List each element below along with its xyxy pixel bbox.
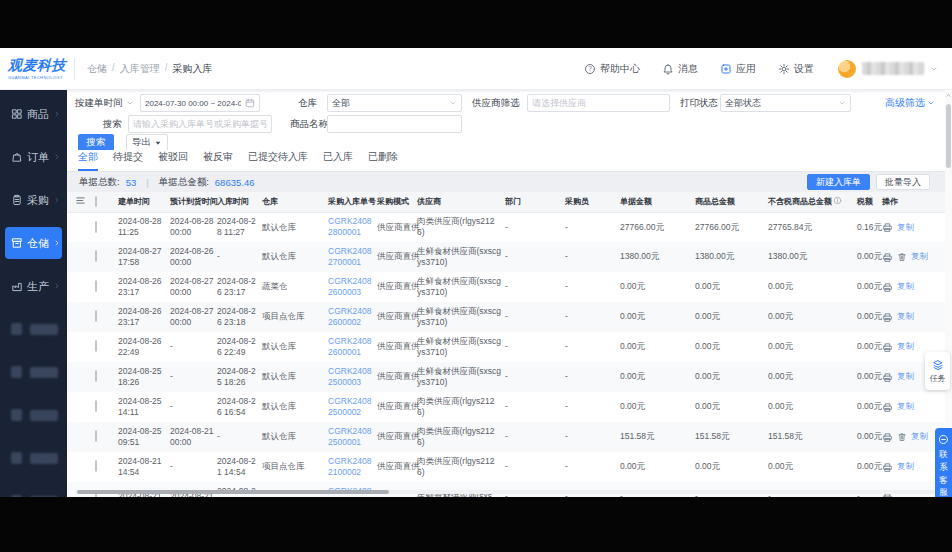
row-toggle-cell (67, 212, 95, 242)
row-actions: 复制 (882, 401, 942, 412)
row-check-cell (95, 212, 118, 242)
warehouse-select-value: 全部 (332, 97, 445, 110)
contact-service-button[interactable]: 联系客服 (935, 428, 952, 497)
time-type-select[interactable]: 按建单时间 (75, 94, 134, 112)
sidebar-item-redacted[interactable] (5, 313, 62, 345)
doc-amount-value: 68635.46 (215, 177, 255, 188)
row-checkbox[interactable] (95, 460, 97, 472)
order-number-link[interactable]: CGRK24082600002 (328, 306, 371, 327)
table-row: 2024-08-25 09:512024-08-21 00:00-默认仓库CGR… (67, 422, 945, 452)
order-number-link[interactable]: CGRK24082600001 (328, 336, 371, 357)
filter-panel: 按建单时间 2024-07-30 00:00 ~ 2024-08-28 24:0… (67, 92, 945, 150)
search-button[interactable]: 搜索 (78, 134, 114, 151)
header-action-设置[interactable]: 设置 (778, 62, 814, 76)
print-status-select[interactable]: 全部状态 (720, 94, 851, 112)
sidebar-item-仓储[interactable]: 仓储 (5, 227, 62, 259)
export-button[interactable]: 导出 (126, 134, 168, 151)
row-checkbox[interactable] (95, 430, 97, 442)
date-range-value: 2024-07-30 00:00 ~ 2024-08-28 24:00 (145, 99, 241, 108)
chevron-right-icon (53, 196, 61, 204)
row-checkbox[interactable] (95, 400, 97, 412)
copy-link[interactable]: 复制 (911, 431, 928, 442)
product-name-input[interactable] (332, 119, 457, 129)
sidebar-item-生产[interactable]: 生产 (5, 270, 62, 302)
columns-icon[interactable] (67, 195, 86, 206)
sidebar-item-商品[interactable]: 商品 (5, 98, 62, 130)
user-account[interactable] (838, 60, 938, 78)
cell-goods_amount: 0.00元 (695, 272, 768, 302)
order-icon (11, 151, 23, 163)
warehouse-select[interactable]: 全部 (327, 94, 462, 112)
order-number-link[interactable]: CGRK24082500003 (328, 366, 371, 387)
row-checkbox[interactable] (95, 310, 97, 322)
copy-link[interactable]: 复制 (897, 371, 914, 382)
tab-待提交[interactable]: 待提交 (113, 150, 143, 171)
table-row: 2024-08-25 18:26-2024-08-25 18:26默认仓库CGR… (67, 362, 945, 392)
table-row: 2024-08-26 23:172024-08-27 00:002024-08-… (67, 272, 945, 302)
cell-buyer: - (565, 302, 620, 332)
tab-全部[interactable]: 全部 (78, 150, 98, 171)
batch-import-button[interactable]: 批量导入 (876, 174, 930, 190)
goods-icon (11, 108, 23, 120)
sidebar-item-采购[interactable]: 采购 (5, 184, 62, 216)
order-number-link[interactable]: CGRK24082600003 (328, 276, 371, 297)
sidebar-item-redacted[interactable] (5, 485, 62, 497)
sidebar-item-订单[interactable]: 订单 (5, 141, 62, 173)
sidebar-item-redacted[interactable] (5, 442, 62, 474)
cell-amount: 1380.00元 (620, 242, 695, 272)
copy-link[interactable]: 复制 (897, 311, 914, 322)
copy-link[interactable]: 复制 (897, 461, 914, 472)
create-inbound-button[interactable]: 新建入库单 (807, 174, 870, 190)
scroll-up-arrow-icon[interactable] (945, 92, 952, 99)
copy-link[interactable]: 复制 (897, 401, 914, 412)
time-type-label: 按建单时间 (75, 94, 123, 112)
tab-已入库[interactable]: 已入库 (323, 150, 353, 171)
cell-notax_amount: 0.00元 (768, 392, 857, 422)
cell-buyer: - (565, 422, 620, 452)
order-number-link[interactable]: CGRK24082100002 (328, 456, 371, 477)
header-action-应用[interactable]: 应用 (720, 62, 756, 76)
row-checkbox[interactable] (95, 370, 97, 382)
row-check-cell (95, 452, 118, 482)
copy-link[interactable]: 复制 (897, 341, 914, 352)
order-number-link[interactable]: CGRK24082500001 (328, 426, 371, 447)
sidebar-item-redacted[interactable] (5, 356, 62, 388)
cell-dept: - (505, 272, 565, 302)
date-range-input[interactable]: 2024-07-30 00:00 ~ 2024-08-28 24:00 (140, 94, 260, 112)
vertical-scrollbar-thumb[interactable] (946, 104, 951, 168)
tab-被反审[interactable]: 被反审 (203, 150, 233, 171)
breadcrumb-item[interactable]: 仓储 (87, 62, 107, 76)
brand-logo[interactable]: 观麦科技 GUANMAI TECHNOLOGY (0, 57, 70, 80)
row-checkbox[interactable] (95, 280, 97, 292)
row-checkbox[interactable] (95, 340, 97, 352)
header-action-帮助中心[interactable]: ?帮助中心 (584, 62, 640, 76)
header-action-消息[interactable]: 消息 (662, 62, 698, 76)
chevron-right-icon (53, 153, 61, 161)
copy-link[interactable]: 复制 (897, 222, 914, 233)
sidebar-item-redacted[interactable] (5, 399, 62, 431)
copy-link[interactable]: 复制 (897, 281, 914, 292)
app-window: 观麦科技 GUANMAI TECHNOLOGY 仓储/入库管理/采购入库 ?帮助… (0, 48, 952, 497)
cell-warehouse: 默认仓库 (262, 392, 328, 422)
tab-已删除[interactable]: 已删除 (368, 150, 398, 171)
advanced-filter-toggle[interactable]: 高级筛选 (885, 96, 935, 110)
cell-created: 2024-08-26 23:17 (118, 272, 170, 302)
breadcrumb-item[interactable]: 入库管理 (120, 62, 160, 76)
select-all-checkbox[interactable] (95, 196, 97, 207)
search-input[interactable] (133, 119, 267, 129)
tab-已提交待入库[interactable]: 已提交待入库 (248, 150, 308, 171)
task-float-label: 任务 (930, 373, 946, 384)
tab-被驳回[interactable]: 被驳回 (158, 150, 188, 171)
warehouse-filter-label: 仓库 (298, 94, 317, 112)
order-number-link[interactable]: CGRK24082500002 (328, 396, 371, 417)
supplier-input[interactable] (532, 98, 665, 108)
summary-bar: 单据总数: 53 | 单据总金额: 68635.46 新建入库单 批量导入 (67, 172, 945, 192)
horizontal-scrollbar-thumb[interactable] (77, 490, 389, 494)
row-checkbox[interactable] (95, 221, 97, 233)
order-number-link[interactable]: CGRK24082700001 (328, 246, 371, 267)
cell-tax: 0.00元 (857, 332, 882, 362)
task-float-button[interactable]: 任务 (925, 352, 950, 390)
copy-link[interactable]: 复制 (911, 251, 928, 262)
row-checkbox[interactable] (95, 250, 97, 262)
order-number-link[interactable]: CGRK24082800001 (328, 216, 371, 237)
